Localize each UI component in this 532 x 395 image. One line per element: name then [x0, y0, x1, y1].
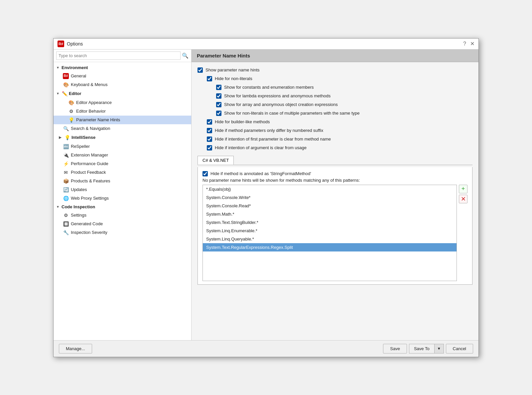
checkbox-show-constants-label: Show for constants and enumeration membe…	[224, 85, 314, 90]
pattern-item[interactable]: *.Equals(obj)	[203, 185, 457, 193]
tab-csharp-vbnet[interactable]: C# & VB.NET	[198, 156, 234, 165]
manage-button[interactable]: Manage...	[59, 344, 92, 353]
save-button[interactable]: Save	[383, 344, 407, 353]
checkbox-hide-intention-label: Hide if intention of first parameter is …	[215, 137, 331, 142]
sidebar-item-product-feedback[interactable]: ✉ Product Feedback	[54, 168, 191, 177]
pattern-item[interactable]: System.Linq.Enumerable.*	[203, 227, 457, 235]
panel-content: Show parameter name hints Hide for non-l…	[192, 62, 478, 340]
title-bar: R# Options ? ✕	[54, 39, 478, 49]
editor-behavior-icon: ⚙	[68, 108, 74, 114]
checkbox-hide-builder-label: Hide for builder-like methods	[215, 119, 270, 124]
pattern-item[interactable]: System.Linq.Queryable.*	[203, 235, 457, 243]
dialog-title: Options	[67, 41, 83, 47]
sidebar-item-search-nav-label: Search & Navigation	[71, 126, 110, 131]
checkbox-show-non-literals-input[interactable]	[216, 111, 221, 116]
checkbox-hide-non-literals: Hide for non-literals	[207, 76, 472, 81]
checkbox-hide-string-format-input[interactable]	[202, 171, 208, 176]
checkbox-show-array-label: Show for array and anonymous object crea…	[224, 102, 338, 107]
pattern-item[interactable]: System.Console.Write*	[203, 193, 457, 202]
checkbox-show-lambda-input[interactable]	[216, 93, 221, 99]
pattern-item[interactable]: System.Text.StringBuilder.*	[203, 218, 457, 227]
pattern-item-selected[interactable]: System.Text.RegularExpressions.Regex.Spl…	[203, 243, 457, 251]
checkbox-hide-string-format-label: Hide if method is annotated as 'StringFo…	[210, 171, 311, 176]
checkbox-hide-argument-input[interactable]	[207, 145, 212, 150]
sidebar-item-editor-behavior[interactable]: ⚙ Editor Behavior	[54, 107, 191, 116]
remove-pattern-button[interactable]: ✕	[459, 195, 467, 203]
keyboard-icon: 🎨	[63, 82, 69, 88]
sidebar-item-search-nav[interactable]: 🔍 Search & Navigation	[54, 124, 191, 133]
checkbox-hide-argument-label: Hide if intention of argument is clear f…	[215, 145, 307, 150]
checkbox-show-constants-input[interactable]	[216, 85, 221, 90]
cancel-button[interactable]: Cancel	[446, 344, 473, 353]
sidebar-item-inspection-severity-label: Inspection Severity	[71, 230, 107, 235]
sidebar-item-products-features-label: Products & Features	[71, 178, 110, 183]
pattern-item[interactable]: System.Math.*	[203, 210, 457, 218]
sidebar-item-intellisense[interactable]: ▶ 💡 IntelliSense	[54, 133, 191, 142]
pattern-item[interactable]: System.Console.Read*	[203, 202, 457, 210]
sidebar-item-inspection-severity[interactable]: 🔧 Inspection Severity	[54, 228, 191, 237]
save-to-button[interactable]: Save To	[409, 344, 434, 353]
sidebar-item-respeller[interactable]: 🔤 ReSpeller	[54, 142, 191, 151]
checkbox-hide-numbered-label: Hide if method parameters only differ by…	[215, 128, 323, 133]
checkbox-show-hints-input[interactable]	[198, 67, 203, 73]
sidebar-item-settings[interactable]: ⚙ Settings	[54, 211, 191, 220]
checkbox-show-array-input[interactable]	[216, 102, 221, 107]
tab-bar: C# & VB.NET	[198, 156, 472, 165]
checkbox-hide-string-format: Hide if method is annotated as 'StringFo…	[202, 171, 467, 176]
generated-code-icon: 🔲	[63, 221, 69, 227]
main-area: 🔍 ▼ Environment R# General 🎨 Keyboard & …	[54, 49, 478, 340]
general-icon: R#	[63, 73, 69, 79]
help-button[interactable]: ?	[463, 41, 466, 47]
sidebar-item-web-proxy[interactable]: 🌐 Web Proxy Settings	[54, 194, 191, 203]
web-proxy-icon: 🌐	[63, 195, 69, 201]
sidebar-item-editor-appearance-label: Editor Appearance	[76, 100, 112, 105]
close-button[interactable]: ✕	[470, 41, 474, 47]
tree-group-code-inspection[interactable]: ▼ Code Inspection	[54, 203, 191, 211]
sidebar-item-param-hints[interactable]: 💡 Parameter Name Hints	[54, 116, 191, 124]
inspection-severity-icon: 🔧	[63, 230, 69, 236]
tree-group-editor[interactable]: ▼ ✏️ Editor	[54, 89, 191, 98]
patterns-label: No parameter name hints will be shown fo…	[202, 178, 467, 183]
sidebar-item-settings-label: Settings	[71, 213, 86, 218]
editor-icon: ✏️	[62, 91, 67, 97]
sidebar-item-general[interactable]: R# General	[54, 72, 191, 80]
expand-arrow-code-inspection: ▼	[56, 205, 60, 209]
sidebar-item-editor-appearance[interactable]: 🎨 Editor Appearance	[54, 98, 191, 107]
panel-header: Parameter Name Hints	[192, 49, 478, 62]
checkbox-hide-builder: Hide for builder-like methods	[207, 119, 472, 125]
checkbox-hide-intention-input[interactable]	[207, 137, 212, 142]
options-dialog: R# Options ? ✕ 🔍 ▼ Environment R#	[53, 38, 479, 357]
search-icon-button[interactable]: 🔍	[182, 52, 189, 59]
expand-arrow-editor: ▼	[56, 92, 60, 95]
search-input[interactable]	[56, 51, 181, 60]
sidebar-item-extension-manager[interactable]: 🔌 Extension Manager	[54, 151, 191, 159]
patterns-buttons: + ✕	[459, 185, 467, 203]
add-pattern-button[interactable]: +	[459, 185, 467, 193]
tree-group-code-inspection-label: Code Inspection	[62, 204, 95, 209]
product-feedback-icon: ✉	[63, 169, 69, 175]
tree-group-environment[interactable]: ▼ Environment	[54, 63, 191, 72]
save-to-arrow-button[interactable]: ▼	[434, 344, 444, 353]
checkbox-hide-builder-input[interactable]	[207, 119, 212, 125]
sidebar-item-updates[interactable]: 🔄 Updates	[54, 185, 191, 194]
sidebar-item-product-feedback-label: Product Feedback	[71, 170, 106, 175]
patterns-list[interactable]: *.Equals(obj) System.Console.Write* Syst…	[202, 185, 457, 281]
sidebar-item-intellisense-label: IntelliSense	[71, 135, 95, 140]
performance-guide-icon: ⚡	[63, 161, 69, 167]
param-hints-icon: 💡	[68, 117, 74, 123]
expand-arrow-environment: ▼	[56, 66, 60, 69]
bottom-bar: Manage... Save Save To ▼ Cancel	[54, 340, 478, 357]
sidebar-item-keyboard[interactable]: 🎨 Keyboard & Menus	[54, 80, 191, 89]
checkbox-show-non-literals: Show for non-literals in case of multipl…	[216, 111, 472, 116]
patterns-section: No parameter name hints will be shown fo…	[202, 178, 467, 281]
sidebar-item-performance-guide[interactable]: ⚡ Performance Guide	[54, 159, 191, 168]
checkbox-hide-non-literals-input[interactable]	[207, 76, 212, 81]
checkbox-hide-numbered-input[interactable]	[207, 128, 212, 133]
sidebar-item-generated-code[interactable]: 🔲 Generated Code	[54, 220, 191, 228]
sidebar-item-general-label: General	[71, 73, 86, 78]
sidebar-item-products-features[interactable]: 📦 Products & Features	[54, 177, 191, 185]
save-to-split: Save To ▼	[409, 344, 444, 353]
tree-container: ▼ Environment R# General 🎨 Keyboard & Me…	[54, 62, 191, 340]
checkbox-show-non-literals-label: Show for non-literals in case of multipl…	[224, 111, 360, 116]
title-bar-controls: ? ✕	[463, 41, 474, 47]
